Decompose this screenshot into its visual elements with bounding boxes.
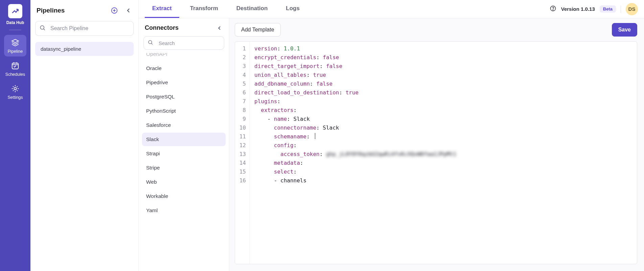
version-label: Version 1.0.13: [561, 6, 595, 12]
nav-schedules-label: Schedules: [5, 72, 25, 77]
app-title: Data Hub: [6, 20, 24, 25]
chevron-left-icon: [217, 25, 222, 31]
svg-point-5: [553, 9, 553, 10]
tab-extract[interactable]: Extract: [145, 0, 179, 18]
line-gutter: 12345678910111213141516: [235, 42, 250, 264]
svg-point-3: [40, 26, 44, 29]
main-area: Extract Transform Destination Logs Versi…: [139, 0, 644, 271]
connectors-panel: Connectors OpenAPIOraclePipedrivePostgre…: [139, 18, 229, 271]
connector-item[interactable]: PostgreSQL: [142, 90, 226, 104]
help-circle-icon: [550, 5, 556, 12]
connector-item[interactable]: PythonScript: [142, 104, 226, 118]
nav-pipeline-label: Pipeline: [8, 49, 23, 54]
topbar: Extract Transform Destination Logs Versi…: [139, 0, 644, 18]
search-icon: [147, 40, 154, 47]
collapse-pipelines-button[interactable]: [125, 7, 132, 14]
nav-schedules[interactable]: Schedules: [4, 58, 26, 80]
nav-settings[interactable]: Settings: [4, 81, 26, 103]
svg-point-1: [14, 88, 17, 90]
nav-settings-label: Settings: [7, 95, 23, 100]
nav-pipeline[interactable]: Pipeline: [4, 35, 26, 57]
connector-item[interactable]: Web: [142, 175, 226, 189]
connector-search: [143, 36, 224, 50]
beta-badge: Beta: [600, 5, 616, 13]
tabs: Extract Transform Destination Logs: [139, 0, 307, 18]
connector-item[interactable]: OpenAPI: [142, 53, 226, 61]
editor-panel: Add Template Save 1234567891011121314151…: [229, 18, 644, 271]
connector-list[interactable]: OpenAPIOraclePipedrivePostgreSQLPythonSc…: [139, 53, 229, 271]
tab-logs[interactable]: Logs: [278, 0, 307, 18]
connector-search-input[interactable]: [143, 36, 224, 50]
connector-item[interactable]: Workable: [142, 189, 226, 203]
connector-item[interactable]: Strapi: [142, 147, 226, 160]
code-content[interactable]: version: 1.0.1 encrypt_credentials: fals…: [250, 42, 637, 264]
connector-item[interactable]: Yaml: [142, 204, 226, 217]
plus-circle-icon: [111, 7, 118, 14]
tab-destination[interactable]: Destination: [229, 0, 275, 18]
calendar-icon: [11, 61, 20, 70]
gear-icon: [11, 84, 20, 93]
connector-item[interactable]: Pipedrive: [142, 76, 226, 89]
avatar[interactable]: DS: [626, 3, 638, 15]
connector-item[interactable]: Stripe: [142, 161, 226, 175]
app-rail: Data Hub Pipeline Schedules Settings: [0, 0, 30, 271]
app-logo: [8, 4, 22, 18]
topbar-divider: [621, 5, 621, 13]
pipeline-item[interactable]: datasync_pipeline: [35, 42, 134, 56]
svg-point-6: [148, 41, 152, 44]
pipeline-search-input[interactable]: [35, 21, 134, 36]
pipeline-search: [35, 21, 134, 36]
chevron-left-icon: [125, 7, 132, 14]
connector-item[interactable]: Oracle: [142, 62, 226, 75]
connectors-title: Connectors: [145, 24, 179, 31]
add-template-button[interactable]: Add Template: [235, 23, 281, 37]
logo-icon: [11, 7, 20, 16]
add-pipeline-button[interactable]: [110, 6, 119, 15]
collapse-connectors-button[interactable]: [216, 25, 223, 31]
pipelines-title: Pipelines: [37, 7, 65, 14]
layers-icon: [11, 38, 20, 47]
search-icon: [39, 25, 46, 32]
save-button[interactable]: Save: [612, 23, 637, 37]
help-button[interactable]: [550, 5, 556, 13]
connector-item[interactable]: Salesforce: [142, 118, 226, 132]
code-editor[interactable]: 12345678910111213141516 version: 1.0.1 e…: [235, 41, 637, 264]
pipelines-panel: Pipelines datasync_pipeline: [30, 0, 139, 271]
rail-divider: [9, 30, 21, 30]
tab-transform[interactable]: Transform: [183, 0, 226, 18]
connector-item[interactable]: Slack: [142, 133, 226, 146]
